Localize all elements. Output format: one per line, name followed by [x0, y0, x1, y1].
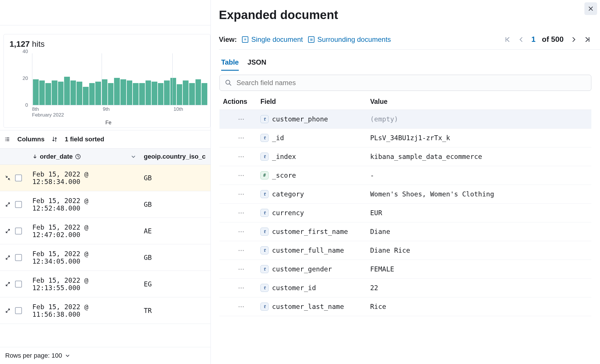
row-actions-button[interactable]: ▫▫▫	[237, 304, 246, 309]
field-name: tcategory	[260, 190, 370, 198]
field-row[interactable]: ▫▫▫tcustomer_last_nameRice	[219, 297, 591, 316]
expand-icon[interactable]	[5, 254, 11, 261]
histogram-bar[interactable]	[39, 80, 45, 105]
field-name: tcustomer_id	[260, 284, 370, 292]
histogram-bar[interactable]	[64, 77, 70, 105]
row-checkbox[interactable]	[15, 228, 22, 234]
field-row[interactable]: ▫▫▫#_score -	[219, 166, 591, 185]
histogram-bar[interactable]	[83, 87, 89, 105]
row-checkbox[interactable]	[15, 281, 22, 288]
field-row[interactable]: ▫▫▫tcustomer_id22	[219, 279, 591, 297]
expand-icon[interactable]	[5, 228, 11, 234]
histogram-bar[interactable]	[58, 82, 64, 105]
row-actions-button[interactable]: ▫▫▫	[237, 247, 246, 253]
table-row[interactable]: Feb 15, 2022 @ 11:56:38.000TR	[0, 297, 210, 324]
field-row[interactable]: ▫▫▫tcustomer_first_nameDiane	[219, 222, 591, 241]
row-actions-button[interactable]: ▫▫▫	[237, 266, 246, 272]
type-badge: #	[260, 171, 269, 179]
row-actions-button[interactable]: ▫▫▫	[237, 285, 246, 291]
field-row[interactable]: ▫▫▫tcustomer_full_nameDiane Rice	[219, 241, 591, 260]
histogram-bar[interactable]	[164, 80, 170, 105]
histogram-chart[interactable]: 40 20 0 8th 9th 10th February 2022	[10, 52, 207, 118]
histogram-bar[interactable]	[183, 80, 189, 105]
row-checkbox[interactable]	[15, 201, 22, 208]
histogram-bar[interactable]	[170, 78, 176, 105]
discover-left-pane: 1,127 hits 40 20 0 8th 9th 10th February	[0, 0, 211, 364]
columns-button[interactable]: Columns	[17, 136, 44, 143]
table-row[interactable]: Feb 15, 2022 @ 12:52:48.000GB	[0, 191, 210, 218]
type-badge: t	[260, 190, 269, 198]
histogram-bar[interactable]	[45, 83, 51, 105]
histogram-bar[interactable]	[70, 80, 76, 105]
histogram-bar[interactable]	[177, 84, 182, 105]
table-row[interactable]: Feb 15, 2022 @ 12:34:05.000GB	[0, 244, 210, 271]
rows-per-page[interactable]: Rows per page: 100	[0, 347, 210, 364]
expand-icon[interactable]	[5, 281, 11, 287]
table-row[interactable]: Feb 15, 2022 @ 12:13:55.000EG	[0, 271, 210, 297]
field-name: tcustomer_gender	[260, 265, 370, 273]
tab-json[interactable]: JSON	[247, 58, 266, 71]
field-row[interactable]: ▫▫▫t_idPLsV_34BU1zj1-zrTx_k	[219, 129, 591, 147]
tab-table[interactable]: Table	[221, 58, 239, 71]
x-tick: 9th	[103, 106, 110, 112]
pager-last-button[interactable]	[584, 36, 591, 43]
row-actions-button[interactable]: ▫▫▫	[237, 210, 246, 216]
histogram-bar[interactable]	[127, 80, 133, 105]
collapse-icon[interactable]	[5, 175, 11, 181]
row-actions-button[interactable]: ▫▫▫	[237, 191, 246, 197]
col-order-date-header[interactable]: order_date	[30, 153, 140, 160]
row-checkbox[interactable]	[15, 254, 22, 261]
row-actions-button[interactable]: ▫▫▫	[237, 229, 246, 234]
surrounding-documents-link[interactable]: ≣ Surrounding documents	[308, 35, 391, 44]
single-document-link[interactable]: ≡ Single document	[242, 35, 303, 44]
histogram-bar[interactable]	[195, 79, 201, 105]
row-checkbox[interactable]	[15, 175, 22, 181]
row-actions-button[interactable]: ▫▫▫	[237, 172, 246, 178]
histogram-bar[interactable]	[202, 83, 207, 105]
field-row[interactable]: ▫▫▫tcustomer_genderFEMALE	[219, 260, 591, 279]
histogram-bar[interactable]	[152, 82, 157, 105]
row-actions-button[interactable]: ▫▫▫	[237, 135, 246, 141]
pager-prev-button[interactable]	[517, 36, 525, 43]
expand-icon[interactable]	[5, 201, 11, 208]
histogram-bar[interactable]	[33, 79, 39, 105]
close-button[interactable]	[584, 2, 597, 15]
table-row[interactable]: Feb 15, 2022 @ 12:58:34.000GB	[0, 165, 210, 191]
histogram-bar[interactable]	[77, 82, 82, 105]
histogram-bar[interactable]	[139, 83, 145, 105]
y-tick: 0	[25, 102, 28, 108]
histogram-bar[interactable]	[146, 80, 151, 105]
table-row[interactable]: Feb 15, 2022 @ 12:47:02.000AE	[0, 218, 210, 244]
search-field-names[interactable]	[219, 75, 591, 91]
row-actions-button[interactable]: ▫▫▫	[237, 154, 246, 160]
pager-next-button[interactable]	[570, 36, 577, 43]
field-row[interactable]: ▫▫▫t_indexkibana_sample_data_ecommerce	[219, 147, 591, 166]
histogram-bar[interactable]	[52, 80, 57, 105]
expand-icon[interactable]	[5, 307, 11, 314]
histogram-bar[interactable]	[89, 83, 95, 105]
histogram-bar[interactable]	[114, 78, 120, 105]
histogram-bar[interactable]	[133, 83, 139, 105]
search-input[interactable]	[236, 79, 586, 87]
pager-first-button[interactable]	[504, 36, 511, 43]
field-value: Diane Rice	[370, 247, 588, 254]
type-badge: t	[260, 153, 269, 161]
histogram-bar[interactable]	[189, 83, 195, 105]
sorted-button[interactable]: 1 field sorted	[65, 136, 104, 143]
histogram-bar[interactable]	[120, 79, 126, 105]
field-row[interactable]: ▫▫▫tcustomer_phone(empty)	[219, 110, 591, 129]
col-geo-header[interactable]: geoip.country_iso_c	[140, 153, 210, 160]
field-row[interactable]: ▫▫▫tcurrencyEUR	[219, 204, 591, 222]
row-actions-button[interactable]: ▫▫▫	[237, 116, 246, 122]
histogram-bar[interactable]	[158, 83, 164, 105]
chevron-right-icon	[571, 37, 577, 42]
field-value: Rice	[370, 303, 588, 310]
histogram-bar[interactable]	[108, 83, 114, 105]
chevron-down-icon[interactable]	[130, 153, 137, 160]
histogram-bar[interactable]	[95, 82, 101, 105]
row-checkbox[interactable]	[15, 307, 22, 314]
field-table: Actions Field Value ▫▫▫tcustomer_phone(e…	[219, 94, 591, 316]
field-row[interactable]: ▫▫▫tcategoryWomen's Shoes, Women's Cloth…	[219, 185, 591, 204]
documents-icon: ≣	[308, 36, 314, 43]
histogram-bar[interactable]	[102, 79, 107, 105]
